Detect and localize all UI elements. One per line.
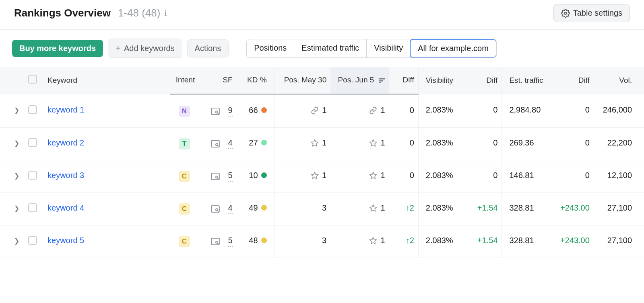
pos-curr-value: 1 (380, 171, 385, 180)
svg-marker-15 (312, 172, 318, 179)
table-row: ❯ keyword 2 T 4 27 1 1 (0, 127, 644, 160)
pos-curr-value: 1 (380, 106, 385, 115)
svg-rect-3 (379, 82, 381, 83)
col-kd[interactable]: KD % (237, 67, 274, 94)
svg-point-13 (215, 176, 217, 178)
col-diff-visibility[interactable]: Diff (469, 67, 502, 94)
row-checkbox[interactable] (28, 171, 37, 180)
table-row: ❯ keyword 1 N 9 66 1 1 (0, 94, 644, 128)
pos-diff-value: ↑2 (389, 192, 419, 225)
visibility-diff-value: +1.54 (469, 225, 502, 258)
tab-positions[interactable]: Positions (247, 39, 294, 57)
col-intent[interactable]: Intent (170, 67, 199, 94)
view-tabs: PositionsEstimated trafficVisibilityAll … (246, 39, 497, 58)
table-settings-label: Table settings (573, 8, 622, 18)
visibility-diff-value: +1.54 (469, 192, 502, 225)
keyword-link[interactable]: keyword 1 (47, 105, 84, 114)
intent-badge: T (179, 138, 190, 149)
visibility-diff-value: 0 (469, 160, 502, 192)
tab-visibility[interactable]: Visibility (366, 39, 410, 57)
visibility-value: 2.083% (418, 127, 469, 160)
intent-badge: C (179, 171, 190, 182)
row-checkbox[interactable] (28, 236, 37, 245)
table-row: ❯ keyword 3 C 5 10 1 1 (0, 160, 644, 192)
row-checkbox[interactable] (28, 138, 37, 147)
pos-curr-value: 1 (380, 138, 385, 147)
table-settings-button[interactable]: Table settings (553, 4, 630, 22)
row-checkbox[interactable] (28, 203, 37, 212)
expand-row-icon[interactable]: ❯ (14, 172, 19, 179)
add-keywords-button[interactable]: + Add keywords (108, 39, 182, 58)
col-keyword[interactable]: Keyword (44, 67, 169, 94)
col-est-traffic[interactable]: Est. traffic (502, 67, 552, 94)
visibility-diff-value: 0 (469, 94, 502, 128)
buy-keywords-button[interactable]: Buy more keywords (12, 40, 103, 57)
kd-dot-icon (261, 107, 267, 113)
select-all-checkbox[interactable] (28, 75, 37, 84)
star-icon (311, 171, 319, 180)
keyword-link[interactable]: keyword 5 (47, 236, 84, 245)
col-pos-prev[interactable]: Pos. May 30 (274, 67, 330, 94)
actions-button[interactable]: Actions (187, 39, 229, 57)
est-traffic-diff-value: 0 (552, 127, 594, 160)
buy-keywords-label: Buy more keywords (19, 44, 96, 53)
info-icon[interactable]: i (164, 8, 167, 18)
kd-dot-icon (261, 237, 267, 243)
col-diff-est[interactable]: Diff (552, 67, 594, 94)
expand-row-icon[interactable]: ❯ (14, 205, 19, 212)
sort-desc-icon (379, 76, 385, 85)
svg-marker-16 (370, 172, 377, 179)
page-title-range: 1-48 (48) (118, 7, 161, 19)
sf-count: 5 (228, 236, 233, 247)
col-visibility[interactable]: Visibility (418, 67, 469, 94)
kd-value: 49 (249, 203, 258, 213)
tab-all-for-example-com[interactable]: All for example.com (410, 39, 497, 58)
keyword-link[interactable]: keyword 2 (47, 138, 84, 147)
expand-row-icon[interactable]: ❯ (14, 237, 19, 244)
intent-badge: N (179, 106, 190, 117)
est-traffic-diff-value: +243.00 (552, 192, 594, 225)
svg-point-18 (215, 209, 217, 211)
star-icon (369, 203, 377, 213)
tab-estimated-traffic[interactable]: Estimated traffic (294, 39, 366, 57)
link-icon (369, 106, 377, 115)
star-icon (369, 138, 377, 147)
star-icon (311, 138, 319, 147)
volume-value: 27,100 (594, 192, 644, 225)
est-traffic-value: 146.81 (502, 160, 552, 192)
svg-marker-11 (370, 140, 377, 146)
link-icon (311, 106, 319, 115)
est-traffic-value: 328.81 (502, 225, 552, 258)
plus-icon: + (116, 43, 121, 53)
svg-line-23 (217, 243, 218, 244)
pos-prev-value: 1 (322, 138, 326, 147)
star-icon (369, 236, 377, 245)
kd-dot-icon (261, 172, 267, 178)
serp-features-icon[interactable] (211, 237, 220, 246)
serp-features-icon[interactable] (211, 204, 220, 213)
rankings-table: Keyword Intent SF KD % Pos. May 30 Pos. … (0, 67, 644, 258)
est-traffic-value: 269.36 (502, 127, 552, 160)
expand-row-icon[interactable]: ❯ (14, 140, 19, 147)
keyword-link[interactable]: keyword 3 (47, 171, 84, 180)
serp-features-icon[interactable] (211, 139, 220, 148)
actions-label: Actions (195, 44, 221, 53)
pos-diff-value: 0 (389, 94, 419, 128)
col-pos-curr[interactable]: Pos. Jun 5 (330, 67, 389, 94)
pos-prev-value: 1 (322, 171, 326, 180)
serp-features-icon[interactable] (211, 172, 220, 181)
sf-count: 9 (228, 106, 233, 117)
serp-features-icon[interactable] (211, 106, 220, 116)
col-diff-pos[interactable]: Diff (389, 67, 419, 94)
expand-row-icon[interactable]: ❯ (14, 107, 19, 114)
star-icon (369, 171, 377, 180)
row-checkbox[interactable] (28, 105, 37, 114)
est-traffic-value: 2,984.80 (502, 94, 552, 128)
sf-count: 4 (228, 138, 233, 149)
table-row: ❯ keyword 4 C 4 49 3 1 (0, 192, 644, 225)
col-volume[interactable]: Vol. (594, 67, 644, 94)
col-sf[interactable]: SF (199, 67, 236, 94)
svg-rect-2 (379, 80, 383, 82)
pos-curr-value: 1 (380, 203, 385, 213)
keyword-link[interactable]: keyword 4 (47, 203, 84, 212)
